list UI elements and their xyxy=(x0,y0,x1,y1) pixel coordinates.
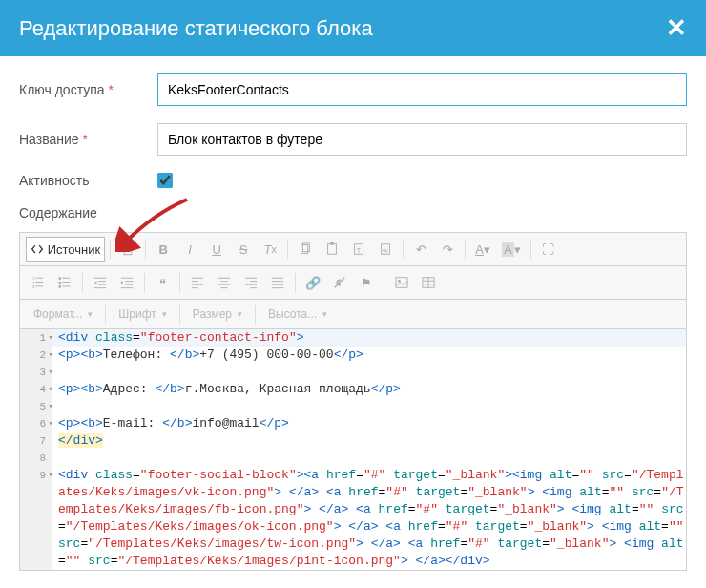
label-name: Название* xyxy=(19,132,157,147)
svg-marker-30 xyxy=(121,281,124,284)
svg-rect-20 xyxy=(62,286,70,287)
svg-rect-10 xyxy=(35,278,43,279)
row-name: Название* xyxy=(19,123,687,156)
underline-icon[interactable]: U xyxy=(204,237,229,262)
svg-rect-36 xyxy=(221,281,228,282)
svg-text:W: W xyxy=(383,247,388,254)
svg-rect-39 xyxy=(245,278,257,279)
svg-line-47 xyxy=(335,278,345,288)
textcolor-icon[interactable]: A▾ xyxy=(470,237,495,262)
svg-rect-41 xyxy=(245,284,257,285)
format-select[interactable]: Формат... xyxy=(26,304,100,325)
svg-rect-24 xyxy=(94,287,106,288)
svg-rect-12 xyxy=(35,282,43,283)
redo-icon[interactable]: ↷ xyxy=(435,237,460,262)
svg-rect-40 xyxy=(250,281,257,282)
svg-point-19 xyxy=(58,285,61,288)
svg-rect-26 xyxy=(121,278,133,279)
svg-rect-23 xyxy=(98,284,106,285)
unlink-icon[interactable] xyxy=(327,270,352,295)
svg-text:T: T xyxy=(357,247,362,254)
align-right-icon[interactable] xyxy=(239,270,263,295)
svg-rect-4 xyxy=(330,242,334,245)
ol-icon[interactable]: 123 xyxy=(26,270,51,295)
svg-rect-43 xyxy=(272,278,283,279)
label-content: Содержание xyxy=(19,205,687,220)
dialog-title: Редактирование статического блока xyxy=(19,16,373,41)
indent-icon[interactable] xyxy=(114,270,139,295)
active-checkbox[interactable] xyxy=(157,173,173,188)
svg-rect-31 xyxy=(192,278,203,279)
svg-rect-46 xyxy=(272,287,283,288)
toolbar-row-2: 123 ❝ 🔗 ⚑ xyxy=(20,266,686,300)
maximize-icon[interactable]: ⛶ xyxy=(536,237,561,262)
svg-rect-45 xyxy=(272,284,283,285)
size-select[interactable]: Размер xyxy=(185,304,250,325)
svg-rect-29 xyxy=(121,287,133,288)
svg-rect-38 xyxy=(221,287,228,288)
font-select[interactable]: Шрифт xyxy=(111,304,174,325)
table-icon[interactable] xyxy=(416,270,441,295)
source-code-area[interactable]: 1▾<div class="footer-contact-info">2▾<p>… xyxy=(20,329,686,570)
copy-icon[interactable] xyxy=(293,237,318,262)
svg-point-15 xyxy=(58,277,61,280)
svg-marker-25 xyxy=(94,281,97,284)
toolbar-row-3: Формат... Шрифт Размер Высота... xyxy=(20,300,686,329)
label-access-key: Ключ доступа* xyxy=(19,82,157,97)
svg-text:3: 3 xyxy=(32,284,35,289)
svg-rect-3 xyxy=(328,244,337,255)
anchor-icon[interactable]: ⚑ xyxy=(354,270,379,295)
row-active: Активность xyxy=(19,173,687,188)
toolbar-row-1: Источник B I U S Tx T W ↶ ↷ A▾ A▾ ⛶ xyxy=(20,233,686,266)
svg-rect-35 xyxy=(218,278,230,279)
newpage-icon[interactable] xyxy=(115,237,140,262)
align-left-icon[interactable] xyxy=(185,270,210,295)
paste-icon[interactable] xyxy=(320,237,344,262)
italic-icon[interactable]: I xyxy=(177,237,202,262)
svg-rect-22 xyxy=(98,281,106,282)
dialog-header: Редактирование статического блока ✕ xyxy=(0,0,706,56)
svg-rect-44 xyxy=(272,281,283,282)
svg-rect-37 xyxy=(218,284,230,285)
svg-rect-42 xyxy=(250,287,257,288)
quote-icon[interactable]: ❝ xyxy=(150,270,175,295)
svg-rect-18 xyxy=(62,282,70,283)
outdent-icon[interactable] xyxy=(88,270,113,295)
label-active: Активность xyxy=(19,173,157,188)
svg-rect-33 xyxy=(192,284,203,285)
svg-rect-34 xyxy=(192,287,198,288)
row-access-key: Ключ доступа* xyxy=(19,74,687,106)
height-select[interactable]: Высота... xyxy=(260,304,335,325)
access-key-input[interactable] xyxy=(157,74,687,106)
svg-rect-21 xyxy=(94,278,106,279)
svg-point-17 xyxy=(58,282,61,284)
align-justify-icon[interactable] xyxy=(265,270,290,295)
svg-point-49 xyxy=(398,280,401,283)
source-button[interactable]: Источник xyxy=(26,237,105,262)
bold-icon[interactable]: B xyxy=(151,237,176,262)
link-icon[interactable]: 🔗 xyxy=(301,270,325,295)
svg-rect-28 xyxy=(125,284,133,285)
form: Ключ доступа* Название* Активность Содер… xyxy=(0,56,706,588)
paste-word-icon[interactable]: W xyxy=(373,237,398,262)
bgcolor-icon[interactable]: A▾ xyxy=(497,237,526,262)
ul-icon[interactable] xyxy=(52,270,77,295)
svg-rect-14 xyxy=(35,286,43,287)
close-icon[interactable]: ✕ xyxy=(666,13,687,43)
svg-rect-32 xyxy=(192,281,198,282)
removefmt-icon[interactable]: Tx xyxy=(258,237,282,262)
editor: Источник B I U S Tx T W ↶ ↷ A▾ A▾ ⛶ 123 xyxy=(19,232,687,571)
svg-rect-27 xyxy=(125,281,133,282)
undo-icon[interactable]: ↶ xyxy=(408,237,433,262)
strike-icon[interactable]: S xyxy=(231,237,256,262)
paste-text-icon[interactable]: T xyxy=(346,237,371,262)
name-input[interactable] xyxy=(157,123,687,156)
image-icon[interactable] xyxy=(389,270,414,295)
align-center-icon[interactable] xyxy=(212,270,237,295)
svg-rect-16 xyxy=(62,278,70,279)
